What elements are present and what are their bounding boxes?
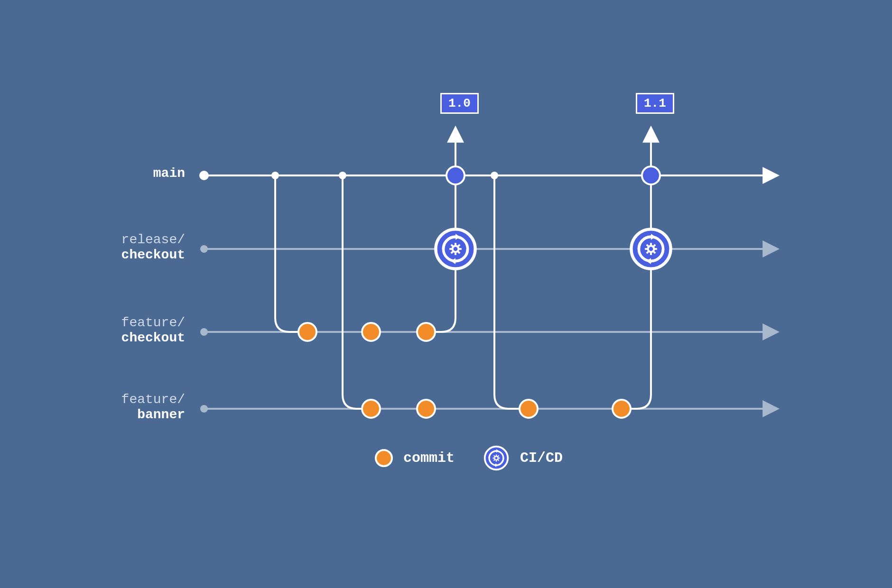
branch-label-main: main (52, 166, 185, 181)
cicd-icon (631, 229, 670, 268)
commit-dot (417, 323, 435, 341)
svg-point-15 (520, 400, 538, 418)
branch-label-release: release/ checkout (52, 232, 185, 263)
branch-label-feature-banner: feature/ banner (52, 392, 185, 423)
legend-label: commit (403, 450, 455, 466)
svg-point-16 (613, 400, 631, 418)
branch-main-to-feature-banner (343, 175, 375, 409)
branch-main-to-feature-banner-2 (494, 175, 531, 409)
legend-item-cicd: CI/CD (483, 445, 563, 471)
merge-dot (642, 166, 660, 184)
branch-prefix: feature/ (121, 392, 185, 407)
lane-release (200, 245, 776, 253)
tag-10: 1.0 (440, 93, 479, 114)
diagram-svg (0, 0, 892, 588)
commit-dot (362, 400, 380, 418)
commit-dot (520, 400, 538, 418)
branch-name: checkout (121, 248, 185, 262)
svg-point-10 (298, 323, 316, 341)
branch-point (271, 172, 279, 179)
svg-point-18 (642, 166, 660, 184)
branch-point (339, 172, 346, 179)
legend-item-commit: commit (375, 449, 455, 467)
merge-feature-banner-to-main (622, 175, 651, 409)
svg-point-13 (362, 400, 380, 418)
commit-dot (613, 400, 631, 418)
commit-dot (362, 323, 380, 341)
branch-name: main (153, 166, 185, 181)
svg-point-14 (417, 400, 435, 418)
cicd-icon (483, 445, 510, 471)
branch-main-to-feature-checkout (275, 175, 313, 332)
svg-point-3 (200, 245, 208, 253)
git-branching-diagram: main release/ checkout feature/ checkout… (0, 0, 892, 588)
commit-dot (298, 323, 316, 341)
tag-label: 1.1 (644, 96, 666, 110)
svg-point-9 (199, 171, 209, 180)
merge-dot (446, 166, 465, 184)
branch-prefix: release/ (121, 232, 185, 247)
lane-main (199, 171, 776, 180)
tag-11: 1.1 (636, 93, 674, 114)
branch-prefix: feature/ (121, 315, 185, 330)
cicd-icon (436, 229, 475, 268)
svg-point-17 (446, 166, 465, 184)
branch-label-feature-checkout: feature/ checkout (52, 315, 185, 346)
svg-point-11 (362, 323, 380, 341)
branch-point (491, 172, 498, 179)
legend-label: CI/CD (520, 450, 563, 466)
branch-name: banner (137, 407, 185, 422)
branch-name: checkout (121, 331, 185, 345)
svg-point-5 (200, 328, 208, 336)
commit-icon (375, 449, 393, 467)
legend: commit CI/CD (375, 445, 563, 471)
svg-point-7 (200, 405, 208, 413)
tag-label: 1.0 (448, 96, 471, 110)
lane-feature-banner (200, 405, 776, 413)
commit-dot (417, 400, 435, 418)
svg-point-12 (417, 323, 435, 341)
